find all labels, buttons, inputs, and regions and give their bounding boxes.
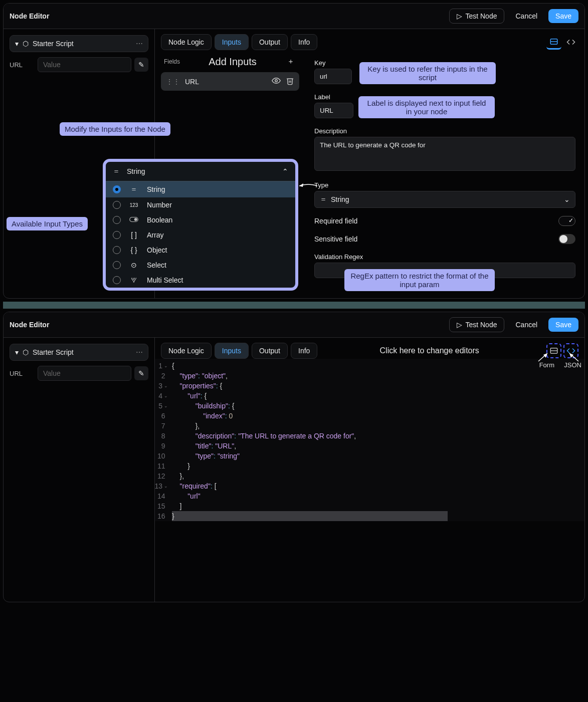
tab-output[interactable]: Output [252, 34, 288, 50]
toggle-icon [129, 216, 139, 224]
number-icon: 123 [129, 202, 139, 208]
arrow-icon [298, 180, 318, 192]
callout-label: Label is displayed next to input field i… [358, 96, 495, 118]
callout-regex: RegEx pattern to restrict the format of … [344, 269, 495, 291]
tab-node-logic-2[interactable]: Node Logic [161, 343, 212, 359]
form-view-toggle[interactable] [546, 35, 561, 50]
description-label: Description [314, 127, 575, 135]
dropdown-option-object[interactable]: { }Object [106, 243, 295, 258]
arrow-icon [567, 352, 579, 362]
callout-modify: Modify the Inputs for the Node [60, 122, 170, 136]
sensitive-label: Sensitive field [314, 235, 357, 243]
json-label: JSON [564, 361, 581, 369]
select-icon: ⊙ [129, 261, 139, 269]
starter-script-card-2[interactable]: ▾ ⬡ Starter Script ⋯ [10, 344, 148, 361]
save-button-2[interactable]: Save [548, 318, 578, 332]
node-editor-form-section: Node Editor ▷ Test Node Cancel Save ▾ ⬡ … [3, 3, 585, 299]
cancel-button-2[interactable]: Cancel [508, 318, 544, 332]
json-code-editor[interactable]: 1⌄2 3⌄4⌄5⌄6 7 8 9 10 11 12 13⌄14 15 16 {… [155, 359, 584, 521]
node-editor-json-section: Node Editor ▷ Test Node Cancel Save ▾ ⬡ … [3, 312, 585, 602]
required-label: Required field [314, 217, 357, 225]
dropdown-header-label: String [127, 167, 145, 175]
fields-label: Fields [164, 58, 180, 65]
dropdown-option-number[interactable]: 123Number [106, 197, 295, 212]
dropdown-option-multiselect[interactable]: ⩔Multi Select [106, 273, 295, 288]
play-icon: ▷ [457, 321, 462, 329]
tab-info[interactable]: Info [291, 34, 317, 50]
multiselect-icon: ⩔ [129, 276, 139, 284]
cancel-button[interactable]: Cancel [508, 9, 544, 23]
callout-editors: Click here to change editors [380, 346, 479, 355]
script-name: Starter Script [33, 40, 74, 48]
field-item-label: URL [185, 78, 199, 86]
tab-info-2[interactable]: Info [291, 343, 317, 359]
chevron-down-icon: ▾ [15, 40, 19, 48]
tab-node-logic[interactable]: Node Logic [161, 34, 212, 50]
field-item-url[interactable]: ⋮⋮ URL [161, 72, 299, 91]
sensitive-toggle[interactable] [558, 234, 575, 244]
json-view-toggle[interactable] [563, 35, 578, 50]
callout-key: Key is used to refer the inputs in the s… [359, 62, 496, 84]
svg-marker-5 [299, 183, 303, 187]
starter-script-card[interactable]: ▾ ⬡ Starter Script ⋯ [10, 35, 148, 52]
tab-output-2[interactable]: Output [252, 343, 288, 359]
svg-point-4 [134, 218, 137, 221]
text-icon: ＝ [129, 185, 139, 194]
input-properties-pane: Key Label Description The URL to generat… [305, 50, 584, 299]
tab-row: Node Logic Inputs Output Info [155, 29, 584, 50]
arrow-icon [537, 352, 549, 362]
key-input[interactable] [314, 69, 352, 84]
type-dropdown[interactable]: ＝ String ⌃ ＝String 123Number Boolean [ ]… [103, 159, 298, 291]
drag-handle-icon[interactable]: ⋮⋮ [166, 78, 180, 86]
required-toggle[interactable] [558, 216, 575, 226]
dropdown-option-string[interactable]: ＝String [106, 181, 295, 197]
visibility-icon[interactable] [272, 76, 281, 87]
add-inputs-title: Add Inputs [180, 56, 285, 68]
divider [3, 302, 585, 309]
description-input[interactable]: The URL to generate a QR code for [314, 137, 575, 171]
node-icon: ⬡ [23, 348, 29, 356]
left-pane-2: ▾ ⬡ Starter Script ⋯ URL Value ✎ [4, 338, 155, 602]
form-label: Form [539, 361, 554, 369]
node-icon: ⬡ [23, 40, 29, 48]
tab-inputs-2[interactable]: Inputs [215, 343, 249, 359]
more-icon[interactable]: ⋯ [136, 348, 143, 356]
delete-icon[interactable] [286, 77, 294, 87]
tab-inputs[interactable]: Inputs [215, 34, 249, 50]
type-label: Type [314, 181, 575, 189]
url-label-2: URL [10, 370, 35, 377]
add-input-button[interactable]: ＋ [285, 55, 296, 68]
text-icon: ＝ [113, 167, 120, 176]
chevron-up-icon: ⌃ [282, 167, 288, 175]
svg-point-2 [275, 80, 278, 82]
svg-marker-11 [569, 353, 573, 358]
header-bar-2: Node Editor ▷ Test Node Cancel Save [4, 312, 584, 338]
test-node-button-2[interactable]: ▷ Test Node [449, 317, 504, 332]
play-icon: ▷ [457, 12, 462, 20]
script-name-2: Starter Script [33, 348, 74, 356]
brackets-icon: [ ] [129, 231, 139, 239]
label-input[interactable] [314, 103, 353, 118]
chevron-down-icon: ⌄ [564, 195, 570, 203]
tab-row-2: Node Logic Inputs Output Info Click here… [155, 338, 584, 359]
edit-icon[interactable]: ✎ [134, 366, 148, 380]
url-value-input-2[interactable]: Value [38, 366, 131, 381]
regex-label: Validation Regex [314, 253, 575, 261]
edit-icon[interactable]: ✎ [134, 58, 148, 72]
braces-icon: { } [129, 246, 139, 254]
dropdown-option-boolean[interactable]: Boolean [106, 212, 295, 227]
chevron-down-icon: ▾ [15, 348, 19, 356]
url-label: URL [10, 61, 35, 69]
svg-marker-9 [543, 353, 547, 358]
type-select[interactable]: ＝ String ⌄ [314, 191, 575, 208]
dropdown-option-array[interactable]: [ ]Array [106, 227, 295, 243]
test-node-button[interactable]: ▷ Test Node [449, 9, 504, 24]
callout-types: Available Input Types [7, 217, 88, 230]
more-icon[interactable]: ⋯ [136, 40, 143, 48]
app-title-2: Node Editor [10, 321, 49, 329]
dropdown-option-select[interactable]: ⊙Select [106, 258, 295, 273]
url-value-input[interactable]: Value [38, 57, 131, 72]
text-icon: ＝ [320, 195, 327, 204]
save-button[interactable]: Save [548, 9, 578, 23]
header-bar: Node Editor ▷ Test Node Cancel Save [4, 4, 584, 29]
